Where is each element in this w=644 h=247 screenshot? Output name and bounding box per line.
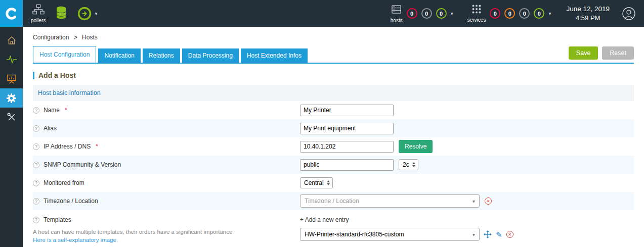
alias-label: Alias [44,125,57,132]
snmp-community-input[interactable] [300,159,394,171]
title-accent-bar [33,72,34,79]
services-ok-counter[interactable]: 0 [534,8,544,19]
resolve-button[interactable]: Resolve [399,140,433,153]
select-arrows-icon [412,162,415,167]
database-status[interactable] [56,6,67,21]
tab-relations[interactable]: Relations [143,48,180,63]
required-mark: * [96,143,98,150]
tab-host-extended-infos[interactable]: Host Extended Infos [241,48,308,63]
chart-board-icon [7,74,17,84]
chevron-down-icon[interactable]: ▾ [548,11,551,16]
breadcrumb-configuration[interactable]: Configuration [33,34,69,41]
breadcrumb-hosts[interactable]: Hosts [82,34,98,41]
breadcrumb-separator: > [74,34,77,41]
save-button[interactable]: Save [569,46,598,60]
top-bar: pollers [0,0,644,27]
chevron-down-icon: ▾ [473,232,475,237]
form-row-monitored-from: ? Monitored from Central [33,174,634,192]
help-icon[interactable]: ? [33,180,39,186]
help-icon[interactable]: ? [33,198,39,205]
ip-address-input[interactable] [300,141,394,153]
clear-timezone-icon[interactable]: ✕ [485,197,492,205]
reset-button[interactable]: Reset [602,46,634,60]
pollers-icon [32,4,45,17]
centreon-c-icon [4,6,19,21]
home-icon [7,35,17,45]
pollers-label: pollers [31,18,46,23]
template-selected-value: HW-Printer-standard-rfc3805-custom [305,231,404,238]
pollers-menu[interactable]: pollers [31,4,46,23]
hosts-status-group: hosts 0 0 0 ▾ [391,4,453,23]
services-unknown-counter[interactable]: 0 [519,8,530,19]
snmp-version-select[interactable]: 2c [399,159,418,170]
templates-help-text: A host can have multiple templates, thei… [33,229,300,235]
sidebar-item-configuration[interactable] [0,88,23,108]
hosts-down-counter[interactable]: 0 [407,8,417,19]
sidebar-item-administration[interactable] [0,108,23,127]
chevron-down-icon[interactable]: ▾ [95,11,97,16]
help-icon[interactable]: ? [33,125,39,132]
add-template-entry-link[interactable]: + Add a new entry [300,214,634,226]
clock: June 12, 2019 4:59 PM [566,5,610,22]
hosts-up-counter[interactable]: 0 [436,8,447,19]
templates-label: Templates [44,216,71,223]
form-row-templates: ? Templates A host can have multiple tem… [33,210,634,247]
platform-status-icon[interactable] [77,6,92,21]
name-input[interactable] [300,105,394,116]
edit-template-icon[interactable]: ✎ [496,231,502,238]
tab-bar: Host Configuration Notification Relation… [33,46,634,64]
tab-actions: Save Reset [569,46,634,63]
snmp-label: SNMP Community & Version [44,161,121,168]
services-menu[interactable]: services [467,4,486,23]
sidebar-item-home[interactable] [0,31,23,50]
breadcrumb: Configuration > Hosts [23,27,644,41]
form-row-snmp: ? SNMP Community & Version 2c [33,156,634,174]
form-row-alias: ? Alias [33,119,634,137]
monitored-from-select[interactable]: Central [300,177,333,188]
chevron-down-icon[interactable]: ▾ [451,11,453,16]
help-icon[interactable]: ? [33,162,39,168]
help-icon[interactable]: ? [33,143,39,150]
current-time: 4:59 PM [566,14,610,22]
current-date: June 12, 2019 [566,5,610,13]
services-status-group: services 0 0 0 0 ▾ [467,4,551,23]
sidebar-item-monitoring[interactable] [0,50,23,69]
host-form: ? Name * ? Alias ? IP Address / DNS * [33,101,634,247]
heartbeat-icon [6,55,17,65]
services-icon [471,4,482,16]
template-select[interactable]: HW-Printer-standard-rfc3805-custom ▾ [300,228,480,241]
page-title: Add a Host [33,71,634,79]
tab-data-processing[interactable]: Data Processing [182,48,239,63]
centreon-logo[interactable] [0,0,23,27]
user-icon [622,7,636,21]
services-warning-counter[interactable]: 0 [504,8,515,19]
hosts-menu[interactable]: hosts [391,4,403,23]
services-critical-counter[interactable]: 0 [490,8,500,19]
tab-notification[interactable]: Notification [98,48,140,63]
help-icon[interactable]: ? [33,107,39,114]
form-row-name: ? Name * [33,101,634,119]
services-label: services [467,17,486,23]
chevron-down-icon: ▾ [473,199,475,204]
database-icon [56,6,67,21]
sidebar-nav [0,27,23,247]
timezone-select[interactable]: Timezone / Location ▾ [300,194,480,208]
delete-template-icon[interactable]: ✕ [506,231,513,238]
sidebar-item-reporting[interactable] [0,69,23,88]
alias-input[interactable] [300,123,394,134]
timezone-placeholder: Timezone / Location [305,197,359,205]
name-label: Name [44,107,60,114]
templates-help-link[interactable]: Here is a self-explanatory image. [33,237,300,243]
required-mark: * [65,107,67,114]
select-arrows-icon [327,180,330,185]
section-host-basic-information[interactable]: Host basic information [33,85,634,101]
user-profile-button[interactable] [622,7,636,21]
main-content: Configuration > Hosts Host Configuration… [23,27,644,247]
tab-host-configuration[interactable]: Host Configuration [33,46,96,63]
form-row-timezone: ? Timezone / Location Timezone / Locatio… [33,192,634,210]
ip-label: IP Address / DNS [44,143,91,150]
hosts-label: hosts [391,18,403,23]
hosts-unreachable-counter[interactable]: 0 [421,8,432,19]
move-template-icon[interactable] [484,230,492,238]
help-icon[interactable]: ? [33,217,39,223]
